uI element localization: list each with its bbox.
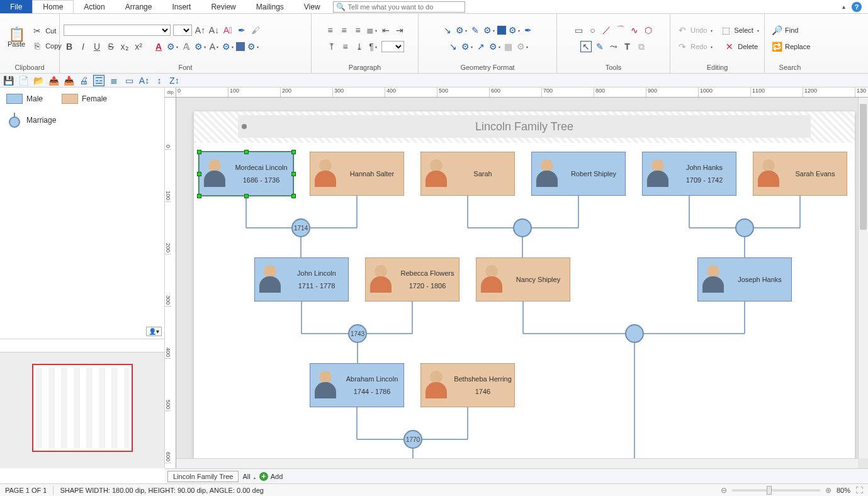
bullets-icon[interactable]: ≣▾ bbox=[366, 25, 378, 36]
legend-female[interactable]: Female bbox=[62, 94, 107, 104]
scrollbar-thumb[interactable] bbox=[860, 104, 867, 230]
person-joseph[interactable]: Joseph Hanks bbox=[697, 257, 792, 302]
rect-tool-icon[interactable]: ▭ bbox=[573, 25, 585, 36]
bullets2-icon[interactable]: ≣ bbox=[108, 75, 120, 86]
import-icon[interactable]: 📥 bbox=[63, 75, 74, 86]
marriage-m6[interactable]: 1770 bbox=[403, 430, 422, 449]
text-outline-icon[interactable]: 𝔸 bbox=[181, 41, 192, 52]
align-center-icon[interactable]: ≡ bbox=[339, 25, 350, 36]
paragraph-icon[interactable]: ¶▾ bbox=[368, 41, 379, 52]
sort-za-icon[interactable]: Z↕ bbox=[169, 75, 180, 86]
marriage-m3[interactable] bbox=[735, 218, 754, 237]
save-icon[interactable]: 💾 bbox=[3, 75, 14, 86]
person-sarah[interactable]: Sarah bbox=[420, 152, 515, 196]
person-hannah[interactable]: Hannah Salter bbox=[310, 152, 404, 196]
line-color-icon[interactable]: ✎ bbox=[470, 25, 481, 36]
bezier-tool-icon[interactable]: ∿ bbox=[629, 25, 640, 36]
fill-eyedrop-icon[interactable]: ✒ bbox=[522, 25, 534, 36]
diagram-page[interactable]: Lincoln Family Tree Mordecai Lincoln1686… bbox=[194, 111, 855, 464]
text-tool-icon[interactable]: T bbox=[622, 41, 633, 52]
menu-home[interactable]: Home bbox=[32, 0, 74, 13]
indent-dec-icon[interactable]: ⇤ bbox=[380, 25, 392, 36]
page-tab-all[interactable]: All ▴ bbox=[242, 473, 255, 480]
fill-gear-icon[interactable]: ⚙▾ bbox=[509, 25, 520, 36]
clear-format-icon[interactable]: A⃠ bbox=[222, 25, 234, 36]
person-mordecai[interactable]: Mordecai Lincoln1686 - 1736 bbox=[199, 152, 293, 196]
delete-button[interactable]: ✕Delete bbox=[721, 40, 760, 53]
line-gear-icon[interactable]: ⚙▾ bbox=[456, 25, 467, 36]
ellipse-tool-icon[interactable]: ○ bbox=[587, 25, 599, 36]
pencil-tool-icon[interactable]: ✎ bbox=[594, 41, 606, 52]
menu-arrange[interactable]: Arrange bbox=[115, 0, 162, 13]
valign-top-icon[interactable]: ⤒ bbox=[326, 41, 337, 52]
crop-tool-icon[interactable]: ⧉ bbox=[636, 41, 647, 52]
grow-font-icon[interactable]: A↑ bbox=[194, 25, 206, 36]
person-nancy[interactable]: Nancy Shipley bbox=[476, 257, 570, 302]
legend-marriage[interactable]: Marriage bbox=[6, 113, 158, 128]
line-color-gear-icon[interactable]: ⚙▾ bbox=[483, 25, 495, 36]
text-effects-icon[interactable]: A▾ bbox=[208, 41, 220, 52]
marriage-m1[interactable]: 1714 bbox=[291, 218, 310, 237]
person-robert[interactable]: Robert Shipley bbox=[531, 152, 626, 196]
replace-button[interactable]: 🔁Replace bbox=[769, 40, 813, 53]
list-icon[interactable]: ☲ bbox=[93, 75, 104, 86]
collapse-ribbon-icon[interactable]: ▴ bbox=[842, 3, 845, 10]
person-rebecca[interactable]: Rebecca Flowers1720 - 1806 bbox=[365, 257, 459, 302]
format-painter-icon[interactable]: 🖌 bbox=[250, 25, 261, 36]
indent-inc-icon[interactable]: ⇥ bbox=[394, 25, 405, 36]
open-icon[interactable]: 📂 bbox=[33, 75, 44, 86]
menu-mailings[interactable]: Mailings bbox=[246, 0, 294, 13]
arrow-end-icon[interactable]: ↗ bbox=[475, 41, 487, 52]
align-right-icon[interactable]: ≡ bbox=[352, 25, 364, 36]
shadow-gear-icon[interactable]: ⚙▾ bbox=[517, 41, 528, 52]
font-color-icon[interactable]: A bbox=[153, 41, 164, 52]
marriage-m5[interactable] bbox=[625, 324, 644, 343]
person-abraham[interactable]: Abraham Lincoln1744 - 1786 bbox=[310, 363, 404, 407]
shadow-icon[interactable]: ▦ bbox=[503, 41, 514, 52]
connector-tool-icon[interactable]: ⤳ bbox=[608, 41, 619, 52]
line-spacing-combo[interactable] bbox=[381, 41, 404, 52]
line-tool-icon[interactable]: ／ bbox=[601, 25, 612, 36]
arc-tool-icon[interactable]: ⌒ bbox=[615, 25, 626, 36]
paste-button[interactable]: 📋 Paste bbox=[4, 28, 29, 49]
sort-size-icon[interactable]: ↕ bbox=[154, 75, 165, 86]
menu-view[interactable]: View bbox=[294, 0, 330, 13]
new-icon[interactable]: 📄 bbox=[18, 75, 29, 86]
fit-icon[interactable]: ⛶ bbox=[855, 486, 863, 495]
align-left-icon[interactable]: ≡ bbox=[325, 25, 336, 36]
superscript-icon[interactable]: x² bbox=[133, 41, 144, 52]
fill-icon[interactable] bbox=[497, 26, 506, 35]
menu-review[interactable]: Review bbox=[201, 0, 245, 13]
page-tab-current[interactable]: Lincoln Family Tree bbox=[167, 471, 239, 482]
pointer-tool-icon[interactable]: ↖ bbox=[580, 41, 592, 52]
person-bethsheba[interactable]: Bethsheba Herring1746 bbox=[420, 363, 515, 407]
text-effects-gear-icon[interactable]: ⚙▾ bbox=[222, 41, 234, 52]
shrink-font-icon[interactable]: A↓ bbox=[208, 25, 220, 36]
menu-action[interactable]: Action bbox=[74, 0, 115, 13]
legend-male[interactable]: Male bbox=[6, 94, 43, 104]
zoom-in-icon[interactable]: ⊕ bbox=[825, 486, 831, 495]
menu-insert[interactable]: Insert bbox=[162, 0, 201, 13]
line-style-icon[interactable]: ↘ bbox=[442, 25, 453, 36]
find-button[interactable]: 🔎Find bbox=[769, 24, 801, 37]
arrow-start-icon[interactable]: ↘ bbox=[448, 41, 459, 52]
eyedropper-icon[interactable]: ✒ bbox=[236, 25, 247, 36]
scrollbar-vertical[interactable] bbox=[858, 98, 868, 458]
underline-icon[interactable]: U bbox=[91, 41, 103, 52]
select-button[interactable]: ⬚Select▾ bbox=[718, 24, 762, 37]
frame-icon[interactable]: ▭ bbox=[123, 75, 135, 86]
valign-mid-icon[interactable]: ≡ bbox=[340, 41, 351, 52]
arrow-end-gear-icon[interactable]: ⚙▾ bbox=[489, 41, 500, 52]
redo-button[interactable]: ↷Redo▾ bbox=[674, 40, 715, 53]
person-johnl[interactable]: John Lincoln1711 - 1778 bbox=[254, 257, 349, 302]
print-icon[interactable]: 🖨 bbox=[78, 75, 89, 86]
italic-icon[interactable]: I bbox=[77, 41, 89, 52]
diagram-title[interactable]: Lincoln Family Tree bbox=[238, 115, 811, 138]
arrow-start-gear-icon[interactable]: ⚙▾ bbox=[461, 41, 473, 52]
sort-az-icon[interactable]: A↕ bbox=[138, 75, 150, 86]
strike-icon[interactable]: S bbox=[105, 41, 116, 52]
font-family-combo[interactable] bbox=[64, 25, 171, 36]
zoom-slider[interactable] bbox=[732, 489, 820, 492]
bold-icon[interactable]: B bbox=[64, 41, 75, 52]
canvas[interactable]: Lincoln Family Tree Mordecai Lincoln1686… bbox=[176, 98, 868, 468]
